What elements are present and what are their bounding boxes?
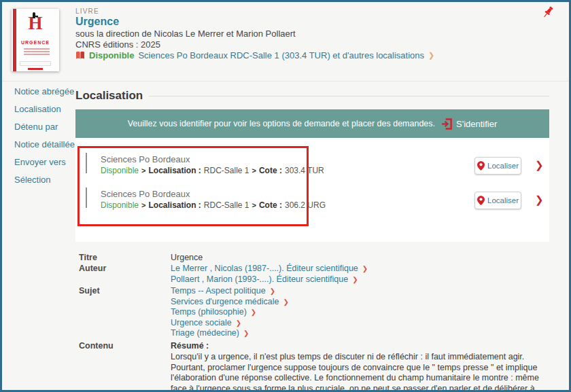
catalog-record-page: H URGENCE LIVRE Urgence sous la directio… [0,0,571,392]
section-heading: Localisation [75,89,143,103]
chevron-right-icon [283,297,288,308]
signin-banner-message: Veuillez vous identifier pour voir les o… [128,119,435,128]
holding-status: Disponible [101,200,139,210]
chevron-right-icon [236,318,241,329]
cover-figure-art [33,12,35,18]
chevron-right-icon [428,51,434,60]
record-publisher: CNRS éditions : 2025 [75,39,160,50]
detail-label: Titre [79,253,171,262]
cover-text-line [24,51,50,52]
holding-location-label: Localisation : [148,200,201,210]
chevron-right-icon [251,307,256,318]
holding-location: RDC-Salle 1 [204,166,249,175]
subject-link[interactable]: Services d'urgence médicale [171,297,289,308]
cover-text-line [24,48,50,50]
signin-icon [442,118,452,130]
chevron-right-icon [270,286,275,297]
cover-collection-box [20,61,51,66]
detail-label: Contenu [79,341,171,392]
holding-location: RDC-Salle 1 [204,200,249,210]
subject-link-label: Urgence sociale [171,318,232,329]
subject-link[interactable]: Temps (philosophie) [171,307,289,318]
detail-row-titre: Titre Urgence [79,253,548,262]
separator: > [252,201,256,209]
holding-status-line: Disponible > Localisation : RDC-Salle 1 … [101,200,326,210]
sidebar-item-selection[interactable]: Sélection [14,175,50,185]
localiser-button-label: Localiser [487,196,519,204]
header-divider [2,81,571,82]
author-link[interactable]: Le Merrer , Nicolas (1987-....). Éditeur… [171,264,368,274]
subject-link[interactable]: Triage (médecine) [171,328,289,339]
author-link-label: Pollaert , Marion (1993-....). Éditeur s… [171,274,348,285]
sidebar-item-detenu-par[interactable]: Détenu par [14,122,58,132]
localiser-button-label: Localiser [487,162,519,170]
pin-icon[interactable] [540,5,555,21]
holding-location-label: Localisation : [148,166,201,175]
subject-link-label: Services d'urgence médicale [171,297,279,308]
sidebar-item-localisation[interactable]: Localisation [14,104,61,114]
holding-status: Disponible [101,166,139,175]
holding-cote: 306.2 URG [285,200,326,210]
subject-link-label: Temps -- Aspect politique [171,286,266,297]
detail-value-titre: Urgence [171,253,203,262]
cover-publisher-logo [28,68,43,70]
signin-label: S'identifier [456,119,497,129]
localiser-button[interactable]: Localiser [474,157,521,175]
detail-label: Auteur [79,264,171,285]
availability-status: Disponible [89,50,134,60]
availability-locations-link[interactable]: Sciences Po Bordeaux RDC-Salle 1 (303.4 … [138,50,424,60]
subject-link-label: Temps (philosophie) [171,307,247,318]
book-cover-thumbnail: H URGENCE [12,9,59,71]
availability-line[interactable]: Disponible Sciences Po Bordeaux RDC-Sall… [75,50,434,60]
subject-link[interactable]: Urgence sociale [171,318,289,329]
localiser-button[interactable]: Localiser [474,192,521,209]
holding-expand-chevron-icon[interactable] [535,194,544,206]
holding-cote-label: Cote : [259,166,282,175]
sidebar-item-notice-abregee[interactable]: Notice abrégée [14,86,74,96]
detail-row-auteur: Auteur Le Merrer , Nicolas (1987-....). … [79,264,548,285]
subject-link[interactable]: Temps -- Aspect politique [171,286,289,297]
separator: > [141,166,145,175]
record-byline: sous la direction de Nicolas Le Merrer e… [75,29,296,39]
map-pin-icon [477,161,485,171]
holding-divider-bar [86,153,87,173]
cover-text-line [24,54,50,55]
resume-text: Lorsqu'il y a urgence, il n'est plus tem… [171,352,541,392]
signin-link[interactable]: S'identifier [442,118,497,130]
resource-type-label: LIVRE [75,7,99,15]
holding-library: Sciences Po Bordeaux [101,154,190,164]
separator: > [252,166,256,175]
detail-label: Sujet [79,286,171,339]
sidebar-item-notice-detaillee[interactable]: Notice détaillée [14,139,75,149]
separator: > [141,201,145,209]
holding-cote-label: Cote : [259,200,282,210]
chevron-right-icon [243,328,249,339]
author-link[interactable]: Pollaert , Marion (1993-....). Éditeur s… [171,274,368,285]
sidebar-item-envoyer-vers[interactable]: Envoyer vers [14,157,66,167]
resume-heading: Résumé : [171,341,541,351]
map-pin-icon [477,196,485,205]
heading-rule [149,96,549,96]
holding-library: Sciences Po Bordeaux [101,189,190,199]
subject-link-label: Triage (médecine) [171,328,239,339]
detail-row-sujet: Sujet Temps -- Aspect politique Services… [79,286,548,339]
signin-banner: Veuillez vous identifier pour voir les o… [75,109,549,138]
holding-cote: 303.4 TUR [285,166,324,175]
detail-row-contenu: Contenu Résumé : Lorsqu'il y a urgence, … [79,341,548,392]
book-icon [75,51,85,60]
holding-expand-chevron-icon[interactable] [535,159,544,171]
holding-status-line: Disponible > Localisation : RDC-Salle 1 … [101,166,324,175]
chevron-right-icon [352,274,358,285]
author-link-label: Le Merrer , Nicolas (1987-....). Éditeur… [171,264,358,274]
cover-title: URGENCE [12,40,59,45]
holding-divider-bar [86,188,87,208]
record-title: Urgence [75,16,119,28]
chevron-right-icon [362,264,368,274]
